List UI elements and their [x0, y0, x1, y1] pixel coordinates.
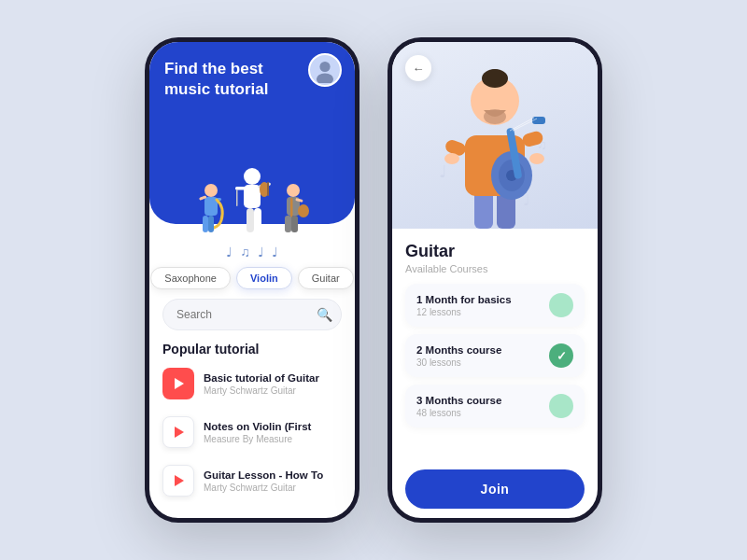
course-lessons: 12 lessons	[416, 307, 512, 317]
saxophone-player	[193, 181, 229, 241]
instrument-tabs: Saxophone Violin Guitar	[149, 267, 355, 289]
svg-rect-23	[291, 216, 298, 232]
list-item: 1 Month for basics 12 lessons	[405, 284, 585, 327]
search-input[interactable]	[176, 308, 317, 321]
instrument-title: Guitar	[405, 242, 585, 261]
svg-point-17	[287, 184, 300, 197]
guitar-hero-image: ← ♩ ♫ ♩	[392, 42, 598, 229]
tutorial-author: Marty Schwartz Guitar	[204, 483, 342, 493]
list-item: Notes on Violin (First Measure By Measur…	[159, 411, 345, 454]
tutorial-name: Basic tutorial of Guitar	[204, 372, 342, 384]
violin-player	[229, 166, 275, 241]
list-item: Guitar Lesson - How To Marty Schwartz Gu…	[159, 459, 345, 502]
svg-rect-13	[267, 182, 269, 196]
avatar	[308, 53, 342, 87]
course-name: 2 Months course	[416, 344, 501, 356]
list-item: Basic tutorial of Guitar Marty Schwartz …	[159, 362, 345, 405]
course-toggle-3[interactable]	[549, 394, 573, 418]
available-courses-label: Available Courses	[405, 263, 585, 274]
list-item: 3 Months course 48 lessons	[405, 385, 585, 427]
course-name: 3 Months course	[416, 395, 501, 406]
tab-guitar[interactable]: Guitar	[298, 267, 354, 289]
svg-line-44	[513, 119, 537, 131]
play-icon	[175, 378, 184, 389]
checkmark-icon: ✓	[557, 349, 567, 363]
course-name: 1 Month for basics	[416, 294, 512, 305]
tutorial-list: Basic tutorial of Guitar Marty Schwartz …	[149, 362, 355, 502]
svg-point-20	[298, 204, 309, 217]
tutorial-author: Measure By Measure	[204, 434, 342, 444]
svg-point-32	[444, 153, 459, 164]
left-phone: Find the best music tutorial	[145, 37, 359, 523]
musician-container	[149, 166, 355, 241]
right-phone: ← ♩ ♫ ♩	[388, 37, 602, 523]
right-content: Guitar Available Courses 1 Month for bas…	[392, 229, 598, 518]
svg-point-1	[317, 74, 333, 84]
tab-saxophone[interactable]: Saxophone	[150, 267, 231, 289]
svg-point-2	[204, 184, 218, 197]
svg-text:♩: ♩	[439, 162, 446, 181]
svg-point-33	[529, 153, 544, 164]
join-button[interactable]: Join	[405, 469, 585, 509]
tutorial-name: Guitar Lesson - How To	[204, 469, 342, 481]
svg-point-36	[487, 69, 502, 84]
svg-rect-14	[236, 189, 238, 206]
guitar-player-small	[275, 181, 311, 241]
svg-line-43	[510, 118, 534, 131]
svg-rect-21	[290, 198, 293, 218]
play-button-2[interactable]	[162, 416, 194, 448]
course-lessons: 30 lessons	[416, 357, 501, 368]
play-icon	[175, 475, 184, 486]
svg-rect-10	[235, 187, 247, 190]
svg-rect-22	[285, 216, 291, 232]
guitar-player-illustration: ♩ ♫ ♩	[430, 65, 560, 229]
tab-violin[interactable]: Violin	[236, 267, 292, 289]
tutorial-author: Marty Schwartz Guitar	[204, 385, 342, 396]
play-button-1[interactable]	[162, 368, 194, 399]
search-icon: 🔍	[317, 307, 332, 322]
svg-point-8	[244, 168, 261, 185]
play-button-3[interactable]	[162, 465, 194, 497]
course-list: 1 Month for basics 12 lessons 2 Months c…	[405, 284, 585, 460]
svg-rect-16	[247, 208, 254, 232]
course-toggle-2[interactable]: ✓	[549, 343, 573, 368]
svg-rect-15	[254, 208, 261, 232]
svg-rect-7	[208, 216, 214, 232]
course-lessons: 48 lessons	[416, 408, 501, 418]
play-icon	[175, 427, 184, 438]
tutorial-name: Notes on Violin (First	[204, 421, 342, 432]
popular-tutorial-title: Popular tutorial	[149, 334, 355, 362]
svg-point-0	[319, 62, 330, 72]
hero-section: Find the best music tutorial	[149, 42, 355, 224]
list-item: 2 Months course 30 lessons ✓	[405, 334, 585, 377]
course-toggle-1[interactable]	[549, 293, 573, 317]
back-button[interactable]: ←	[405, 55, 431, 81]
svg-rect-6	[203, 216, 208, 232]
search-bar[interactable]: 🔍	[162, 299, 342, 330]
